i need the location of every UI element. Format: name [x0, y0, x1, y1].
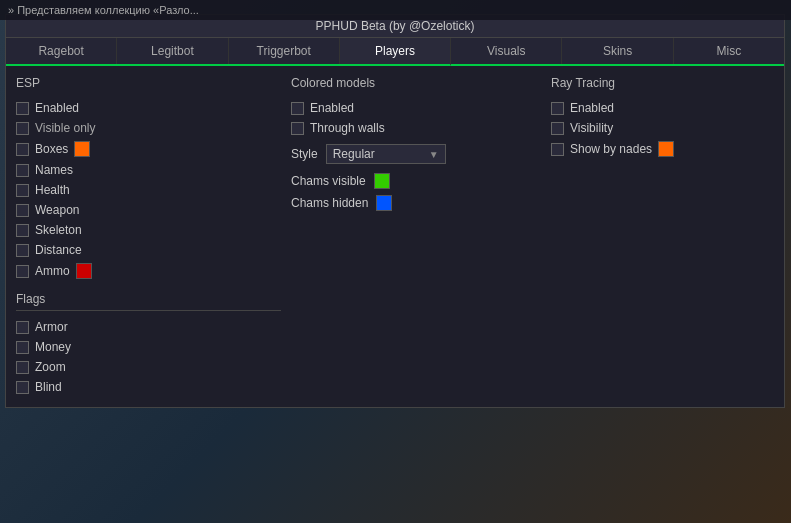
flags-blind-checkbox[interactable]	[16, 381, 29, 394]
tab-skins[interactable]: Skins	[562, 38, 673, 64]
esp-visible-only-checkbox[interactable]	[16, 122, 29, 135]
tab-visuals[interactable]: Visuals	[451, 38, 562, 64]
flags-blind-row: Blind	[16, 377, 281, 397]
esp-health-row: Health	[16, 180, 281, 200]
tab-legitbot[interactable]: Legitbot	[117, 38, 228, 64]
esp-enabled-text: Enabled	[35, 101, 79, 115]
raytracing-visibility-checkbox[interactable]	[551, 122, 564, 135]
esp-section-title: ESP	[16, 76, 281, 90]
raytracing-show-by-nades-text: Show by nades	[570, 142, 652, 156]
ray-tracing-title: Ray Tracing	[551, 76, 774, 90]
flags-money-checkbox[interactable]	[16, 341, 29, 354]
esp-weapon-text: Weapon	[35, 203, 79, 217]
ray-tracing-column: Ray Tracing Enabled Visibility Show by n…	[551, 76, 774, 397]
chams-hidden-label: Chams hidden	[291, 196, 368, 210]
flags-zoom-checkbox[interactable]	[16, 361, 29, 374]
tabs-row: Ragebot Legitbot Triggerbot Players Visu…	[6, 38, 784, 66]
colored-enabled-label[interactable]: Enabled	[291, 101, 354, 115]
flags-zoom-label[interactable]: Zoom	[16, 360, 66, 374]
flags-armor-text: Armor	[35, 320, 68, 334]
colored-enabled-checkbox[interactable]	[291, 102, 304, 115]
chams-visible-color[interactable]	[374, 173, 390, 189]
flags-title: Flags	[16, 292, 281, 306]
flags-section: Flags Armor Money	[16, 292, 281, 397]
colored-models-title: Colored models	[291, 76, 541, 90]
esp-boxes-color[interactable]	[74, 141, 90, 157]
esp-distance-text: Distance	[35, 243, 82, 257]
raytracing-enabled-row: Enabled	[551, 98, 774, 118]
flags-money-label[interactable]: Money	[16, 340, 71, 354]
flags-money-text: Money	[35, 340, 71, 354]
esp-health-label[interactable]: Health	[16, 183, 70, 197]
title-bar: » Представляем коллекцию «Разло...	[0, 0, 791, 20]
esp-boxes-checkbox[interactable]	[16, 143, 29, 156]
flags-blind-text: Blind	[35, 380, 62, 394]
flags-armor-row: Armor	[16, 317, 281, 337]
tab-ragebot[interactable]: Ragebot	[6, 38, 117, 64]
esp-weapon-row: Weapon	[16, 200, 281, 220]
esp-boxes-label[interactable]: Boxes	[16, 142, 68, 156]
raytracing-visibility-text: Visibility	[570, 121, 613, 135]
esp-enabled-label[interactable]: Enabled	[16, 101, 79, 115]
raytracing-show-by-nades-row: Show by nades	[551, 138, 774, 160]
content-area: ESP Enabled Visible only Boxes	[6, 66, 784, 407]
raytracing-enabled-checkbox[interactable]	[551, 102, 564, 115]
style-row: Style Regular ▼	[291, 144, 541, 164]
show-by-nades-color[interactable]	[658, 141, 674, 157]
flags-blind-label[interactable]: Blind	[16, 380, 62, 394]
chams-visible-label: Chams visible	[291, 174, 366, 188]
esp-boxes-text: Boxes	[35, 142, 68, 156]
esp-names-row: Names	[16, 160, 281, 180]
esp-visible-only-text: Visible only	[35, 121, 95, 135]
esp-distance-checkbox[interactable]	[16, 244, 29, 257]
raytracing-show-by-nades-checkbox[interactable]	[551, 143, 564, 156]
flags-money-row: Money	[16, 337, 281, 357]
esp-boxes-row: Boxes	[16, 138, 281, 160]
esp-skeleton-row: Skeleton	[16, 220, 281, 240]
chams-hidden-color[interactable]	[376, 195, 392, 211]
esp-ammo-row: Ammo	[16, 260, 281, 282]
colored-enabled-row: Enabled	[291, 98, 541, 118]
esp-health-text: Health	[35, 183, 70, 197]
esp-names-checkbox[interactable]	[16, 164, 29, 177]
colored-enabled-text: Enabled	[310, 101, 354, 115]
tab-triggerbot[interactable]: Triggerbot	[229, 38, 340, 64]
flags-armor-checkbox[interactable]	[16, 321, 29, 334]
style-selected: Regular	[333, 147, 375, 161]
flags-zoom-row: Zoom	[16, 357, 281, 377]
esp-skeleton-checkbox[interactable]	[16, 224, 29, 237]
esp-ammo-checkbox[interactable]	[16, 265, 29, 278]
style-dropdown[interactable]: Regular ▼	[326, 144, 446, 164]
chams-hidden-row: Chams hidden	[291, 192, 541, 214]
colored-models-column: Colored models Enabled Through walls Sty…	[291, 76, 541, 397]
esp-visible-only-label[interactable]: Visible only	[16, 121, 95, 135]
esp-names-label[interactable]: Names	[16, 163, 73, 177]
title-text: » Представляем коллекцию «Разло...	[8, 4, 199, 16]
tab-misc[interactable]: Misc	[674, 38, 784, 64]
main-panel: PPHUD Beta (by @Ozelotick) Ragebot Legit…	[5, 14, 785, 408]
esp-skeleton-text: Skeleton	[35, 223, 82, 237]
raytracing-visibility-row: Visibility	[551, 118, 774, 138]
flags-armor-label[interactable]: Armor	[16, 320, 68, 334]
dropdown-arrow-icon: ▼	[429, 149, 439, 160]
colored-through-walls-label[interactable]: Through walls	[291, 121, 385, 135]
esp-visible-only-row: Visible only	[16, 118, 281, 138]
esp-column: ESP Enabled Visible only Boxes	[16, 76, 281, 397]
esp-distance-label[interactable]: Distance	[16, 243, 82, 257]
esp-weapon-label[interactable]: Weapon	[16, 203, 79, 217]
esp-skeleton-label[interactable]: Skeleton	[16, 223, 82, 237]
flags-divider	[16, 310, 281, 311]
colored-through-walls-checkbox[interactable]	[291, 122, 304, 135]
raytracing-show-by-nades-label[interactable]: Show by nades	[551, 142, 652, 156]
esp-ammo-color[interactable]	[76, 263, 92, 279]
esp-health-checkbox[interactable]	[16, 184, 29, 197]
esp-weapon-checkbox[interactable]	[16, 204, 29, 217]
tab-players[interactable]: Players	[340, 38, 451, 66]
raytracing-enabled-text: Enabled	[570, 101, 614, 115]
raytracing-enabled-label[interactable]: Enabled	[551, 101, 614, 115]
colored-through-walls-text: Through walls	[310, 121, 385, 135]
raytracing-visibility-label[interactable]: Visibility	[551, 121, 613, 135]
esp-distance-row: Distance	[16, 240, 281, 260]
esp-ammo-label[interactable]: Ammo	[16, 264, 70, 278]
esp-enabled-checkbox[interactable]	[16, 102, 29, 115]
